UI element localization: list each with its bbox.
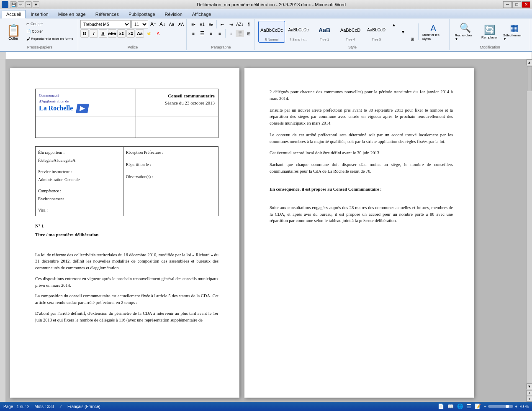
case-button[interactable]: Aa: [136, 29, 144, 38]
tab-mise-en-page[interactable]: Mise en page: [54, 10, 90, 18]
elu-label: Élu rapporteur :: [38, 149, 121, 156]
highlight-button[interactable]: ab: [145, 30, 153, 37]
service-label: Service instructeur :: [38, 168, 121, 175]
zoom-slider[interactable]: [488, 405, 513, 408]
tab-accueil[interactable]: Accueil: [2, 10, 26, 18]
view-read-button[interactable]: 📖: [447, 403, 454, 409]
font-family-select[interactable]: Trebuchet MS: [80, 20, 131, 28]
style-sans-interligne[interactable]: AaBbCcDc ¶ Sans int...: [286, 21, 311, 43]
style-titre5[interactable]: AaBbCcD Titre 5: [364, 21, 389, 43]
style-normal[interactable]: AaBbCcDc ¶ Normal: [258, 21, 285, 43]
style-titre4[interactable]: AaBbCcD Titre 4: [338, 21, 363, 43]
page2-para4: Cet éventuel accord local doit être défi…: [270, 150, 453, 156]
status-bar: Page : 1 sur 2 Mots : 333 ✓ Français (Fr…: [0, 402, 532, 411]
redo-icon[interactable]: ↪: [25, 1, 32, 8]
close-button[interactable]: ✕: [522, 1, 530, 8]
line-spacing-button[interactable]: ↕: [227, 30, 235, 37]
copy-button[interactable]: 📄Copier: [24, 28, 75, 35]
clipboard-small-buttons: ✂Couper 📄Copier 🖌Reproduire la mise en f…: [24, 20, 75, 42]
doc-para-4: D'abord par l'arrêté définitif, d'extens…: [35, 310, 218, 324]
tab-references[interactable]: Références: [91, 10, 123, 18]
tab-affichage[interactable]: Affichage: [188, 10, 216, 18]
font-size-select[interactable]: 11: [131, 20, 148, 28]
tab-insertion[interactable]: Insertion: [26, 10, 53, 18]
clipboard-group: 📋 Coller ✂Couper 📄Copier 🖌Reproduire la …: [2, 19, 78, 50]
styles-label: Style: [348, 45, 357, 49]
format-painter-button[interactable]: 🖌Reproduire la mise en forme: [24, 35, 75, 42]
modifier-styles-button[interactable]: A Modifier les styles: [420, 22, 447, 42]
view-web-button[interactable]: 🌐: [457, 403, 463, 409]
scroll-up-button[interactable]: ▲: [527, 59, 532, 65]
content-area[interactable]: Communauté d'Agglomération de La Rochell…: [6, 59, 526, 402]
page-2: 2 délégués pour chacune des communes nou…: [244, 68, 474, 398]
bold-button[interactable]: G: [80, 29, 89, 38]
styles-scroll-down[interactable]: ▼: [399, 28, 407, 36]
maximize-button[interactable]: □: [512, 1, 521, 8]
zoom-out-button[interactable]: −: [484, 404, 487, 409]
ruler: [6, 52, 532, 59]
underline-button[interactable]: S: [99, 29, 107, 38]
italic-button[interactable]: I: [90, 29, 98, 38]
service-value: Administration Generale: [38, 176, 121, 183]
view-outline-button[interactable]: ☰: [467, 403, 471, 409]
align-right-button[interactable]: ≡: [207, 30, 215, 37]
remplacer-button[interactable]: 🔄 Remplacer: [480, 23, 500, 41]
superscript-button[interactable]: x2: [117, 29, 126, 38]
borders-button[interactable]: ⊞: [244, 30, 253, 37]
doc-para-1: La loi de réforme des collectivités terr…: [35, 252, 218, 271]
visa-label: Visa :: [38, 207, 121, 213]
doc-para-3: La composition du conseil communautaire …: [35, 293, 218, 306]
sort-button[interactable]: AZ↓: [236, 20, 244, 28]
scroll-page-down-button[interactable]: ⊻: [527, 396, 532, 402]
align-left-button[interactable]: ≡: [189, 30, 198, 37]
spell-check-icon[interactable]: ✓: [59, 404, 62, 409]
page2-para7: Suite aux consultations engagées auprès …: [270, 204, 453, 224]
scroll-page-up-button[interactable]: ⊼: [527, 390, 532, 396]
subscript-button[interactable]: x2: [126, 29, 135, 38]
customize-icon[interactable]: ▼: [33, 1, 39, 8]
tab-revision[interactable]: Révision: [160, 10, 187, 18]
zoom-control: − + 70 %: [484, 404, 529, 409]
strikethrough-button[interactable]: abc: [108, 29, 116, 38]
quick-access-toolbar: 💾 ↩ ↪ ▼: [10, 1, 39, 8]
paste-button[interactable]: 📋 Coller: [4, 20, 23, 42]
style-titre1[interactable]: AaB Titre 1: [312, 21, 337, 43]
multilevel-list-button[interactable]: ≡▸: [207, 20, 215, 28]
doc-header-table: Communauté d'Agglomération de La Rochell…: [35, 89, 218, 138]
align-center-button[interactable]: ☰: [198, 30, 206, 37]
cut-button[interactable]: ✂Couper: [24, 20, 75, 27]
numbered-list-button[interactable]: ≡1: [198, 20, 206, 28]
increase-indent-button[interactable]: ⇥: [227, 20, 235, 28]
doc-number: N° 1: [35, 222, 218, 230]
view-print-button[interactable]: 📄: [438, 403, 444, 409]
zoom-in-button[interactable]: +: [515, 404, 517, 409]
editing-label: Modification: [480, 45, 500, 49]
tab-publipostage[interactable]: Publipostage: [124, 10, 160, 18]
ribbon: 📋 Coller ✂Couper 📄Copier 🖌Reproduire la …: [0, 18, 532, 52]
styles-more[interactable]: ⊞: [408, 35, 416, 43]
clipboard-label: Presse-papiers: [27, 45, 53, 49]
styles-scroll-up[interactable]: ▲: [390, 21, 398, 28]
view-draft-button[interactable]: 📝: [475, 403, 481, 409]
change-case-button[interactable]: Aa: [167, 20, 176, 28]
shading-button[interactable]: ░: [236, 30, 244, 37]
shrink-font-button[interactable]: A↓: [158, 20, 167, 28]
doc-title: Titre / ma première délibération: [35, 231, 218, 238]
selectionner-button[interactable]: ▦ Sélectionner ▼: [501, 21, 527, 42]
grow-font-button[interactable]: A↑: [149, 20, 157, 28]
clear-format-button[interactable]: ✗A: [177, 20, 185, 28]
title-bar-left: 💾 ↩ ↪ ▼: [2, 1, 39, 8]
justify-button[interactable]: ≡: [216, 30, 224, 37]
scroll-down-button[interactable]: ▼: [527, 383, 532, 389]
minimize-button[interactable]: ─: [503, 1, 512, 8]
show-marks-button[interactable]: ¶: [244, 20, 253, 28]
save-icon[interactable]: 💾: [10, 1, 17, 8]
undo-icon[interactable]: ↩: [18, 1, 24, 8]
font-color-button[interactable]: A: [154, 30, 162, 37]
doc-para-2: Ces dispositions entreront en vigueur ap…: [35, 276, 218, 289]
scroll-thumb[interactable]: [527, 66, 532, 91]
decrease-indent-button[interactable]: ⇤: [218, 20, 226, 28]
bullet-list-button[interactable]: ≡•: [189, 20, 198, 28]
rechercher-button[interactable]: 🔍 Rechercher ▼: [453, 21, 478, 42]
word-count: Mots : 333: [34, 404, 54, 409]
